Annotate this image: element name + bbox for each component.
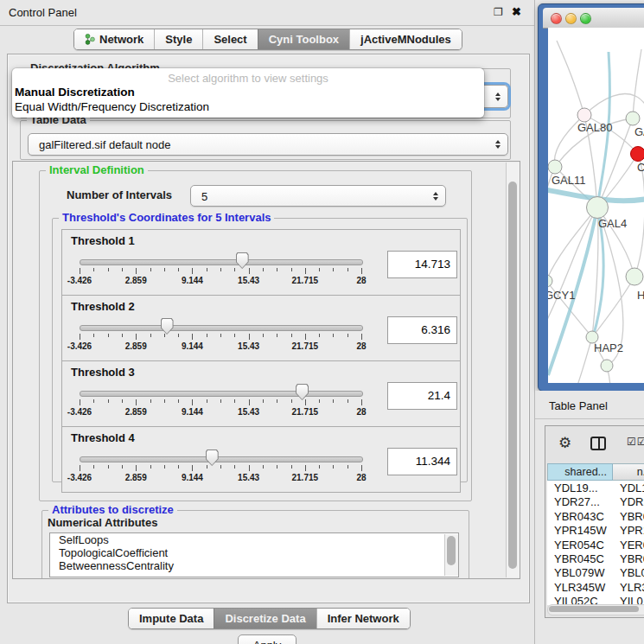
float-panel-icon[interactable]: ❐ bbox=[494, 6, 503, 18]
tab-jactivemnodules[interactable]: jActiveMNodules bbox=[349, 29, 462, 49]
network-node[interactable] bbox=[631, 147, 644, 162]
network-node[interactable] bbox=[548, 160, 562, 174]
network-node[interactable] bbox=[548, 275, 552, 287]
table-row[interactable]: YBR043CYBR0 bbox=[547, 509, 644, 523]
tick-label: 21.715 bbox=[284, 341, 327, 351]
tab-label: Discretize Data bbox=[225, 612, 305, 625]
cyni-toolbox-content: Discretization Algorithm Table Data galF… bbox=[7, 54, 530, 603]
threshold-value-field[interactable]: 11.344 bbox=[387, 448, 457, 475]
attribute-item[interactable]: SelfLoops bbox=[50, 533, 458, 546]
table-data-combobox[interactable]: galFiltered.sif default node bbox=[28, 133, 508, 156]
tick-mark bbox=[234, 465, 235, 469]
network-node[interactable] bbox=[577, 108, 591, 122]
slider-track[interactable] bbox=[80, 456, 363, 462]
slider-track[interactable] bbox=[80, 325, 363, 331]
apply-button[interactable]: Apply bbox=[238, 634, 296, 644]
network-window-titlebar[interactable] bbox=[543, 8, 644, 29]
tab-infer-network[interactable]: Infer Network bbox=[316, 609, 410, 628]
column-header[interactable]: n... bbox=[613, 463, 644, 481]
table-cell: YDL19... bbox=[547, 481, 613, 494]
table-toolbar: ⚙ ☑☑ bbox=[545, 426, 644, 461]
slider-knob[interactable] bbox=[236, 252, 249, 269]
algorithm-options: Manual DiscretizationEqual Width/Frequen… bbox=[12, 85, 484, 114]
tab-cyni-toolbox[interactable]: Cyni Toolbox bbox=[258, 29, 349, 49]
tick-mark bbox=[249, 465, 250, 471]
algorithm-option[interactable]: Equal Width/Frequency Discretization bbox=[12, 99, 484, 114]
tab-select[interactable]: Select bbox=[202, 29, 257, 49]
close-panel-icon[interactable]: ✖ bbox=[512, 5, 521, 18]
slider-track[interactable] bbox=[80, 259, 363, 265]
slider-knob[interactable] bbox=[206, 450, 219, 466]
table-cell: YPR1 bbox=[613, 523, 644, 537]
tab-style[interactable]: Style bbox=[154, 29, 202, 49]
network-node[interactable] bbox=[587, 197, 609, 219]
table-cell: YLR3 bbox=[613, 580, 644, 594]
table-cell: YPR145W bbox=[547, 523, 613, 537]
table-row[interactable]: YDL19...YDL1 bbox=[547, 481, 644, 494]
table-cell: YBR0 bbox=[613, 552, 644, 565]
threshold-value-field[interactable]: 21.4 bbox=[387, 382, 457, 410]
tab-discretize-data[interactable]: Discretize Data bbox=[214, 609, 316, 628]
minimize-traffic-light-icon[interactable] bbox=[565, 13, 577, 24]
columns-icon[interactable] bbox=[590, 437, 606, 450]
settings-scrollbar-thumb[interactable] bbox=[508, 182, 517, 569]
threshold-row: Threshold 3-3.4262.8599.14415.4321.71528… bbox=[61, 360, 461, 427]
interval-definition-group: Interval Definition Number of Intervals … bbox=[39, 170, 472, 501]
algorithm-option[interactable]: Manual Discretization bbox=[12, 85, 484, 99]
combo-stepper-icon[interactable] bbox=[433, 192, 438, 201]
tick-mark bbox=[348, 268, 348, 271]
attributes-scrollbar-thumb[interactable] bbox=[447, 536, 456, 565]
tick-mark bbox=[207, 268, 207, 271]
tick-mark bbox=[277, 334, 277, 337]
network-node[interactable] bbox=[626, 268, 643, 285]
table-row[interactable]: YLR345WYLR3 bbox=[547, 580, 644, 594]
control-panel: Control Panel ❐ ✖ NetworkStyleSelectCyni… bbox=[0, 0, 535, 644]
tick-mark bbox=[220, 334, 221, 337]
tick-mark bbox=[263, 334, 264, 337]
network-canvas[interactable]: GAL80GACGAL11GAL4GCY1HHAP2 bbox=[548, 28, 644, 383]
slider-track[interactable] bbox=[80, 391, 363, 397]
column-header[interactable]: shared... bbox=[547, 463, 613, 481]
network-node[interactable] bbox=[601, 360, 613, 372]
numerical-attributes-list[interactable]: SelfLoopsTopologicalCoefficientBetweenne… bbox=[49, 532, 459, 577]
zoom-traffic-light-icon[interactable] bbox=[580, 13, 591, 24]
tab-network[interactable]: Network bbox=[74, 29, 154, 49]
number-of-intervals-combobox[interactable]: 5 bbox=[190, 185, 446, 207]
table-row[interactable]: YBR045CYBR0 bbox=[547, 552, 644, 565]
select-checkboxes-icon[interactable]: ☑☑ bbox=[627, 436, 644, 448]
attribute-item[interactable]: TopologicalCoefficient bbox=[50, 546, 458, 559]
tick-mark bbox=[150, 334, 151, 337]
group-title: Interval Definition bbox=[46, 163, 148, 176]
table-row[interactable]: YDR27...YDR2 bbox=[547, 494, 644, 508]
tick-mark bbox=[263, 399, 264, 403]
settings-scrollbar[interactable] bbox=[506, 163, 520, 577]
group-title: Threshold's Coordinates for 5 Intervals bbox=[59, 211, 274, 224]
tab-impute-data[interactable]: Impute Data bbox=[129, 609, 214, 628]
attribute-item[interactable]: BetweennessCentrality bbox=[50, 559, 458, 572]
table-row[interactable]: YPR145WYPR1 bbox=[547, 523, 644, 537]
threshold-label: Threshold 4 bbox=[71, 431, 135, 444]
network-node-label: GAL80 bbox=[577, 121, 612, 134]
panel-title: Control Panel bbox=[9, 6, 77, 19]
network-node[interactable] bbox=[626, 112, 640, 125]
tick-mark bbox=[93, 334, 94, 337]
table-row[interactable]: YER054CYER0 bbox=[547, 538, 644, 552]
threshold-value-field[interactable]: 6.316 bbox=[387, 316, 457, 344]
tick-label: 28 bbox=[340, 276, 383, 285]
tick-mark bbox=[178, 399, 179, 403]
table-scrollbar-thumb[interactable] bbox=[549, 606, 639, 612]
combo-stepper-icon[interactable] bbox=[495, 92, 501, 101]
table-horizontal-scrollbar[interactable] bbox=[547, 604, 644, 615]
table-row[interactable]: YBL079WYBL0 bbox=[547, 565, 644, 579]
slider-knob[interactable] bbox=[161, 318, 174, 335]
close-traffic-light-icon[interactable] bbox=[551, 13, 562, 24]
attributes-scrollbar[interactable] bbox=[444, 534, 458, 576]
tick-mark bbox=[319, 399, 320, 403]
threshold-value-field[interactable]: 14.713 bbox=[387, 251, 457, 278]
tick-label: -3.426 bbox=[58, 473, 101, 482]
table-body: YDL19...YDL1YDR27...YDR2YBR043CYBR0YPR14… bbox=[547, 481, 644, 605]
table-cell: YBR045C bbox=[547, 552, 613, 565]
gear-icon[interactable]: ⚙ bbox=[558, 434, 571, 452]
slider-knob[interactable] bbox=[296, 384, 309, 400]
combo-stepper-icon[interactable] bbox=[495, 140, 501, 149]
